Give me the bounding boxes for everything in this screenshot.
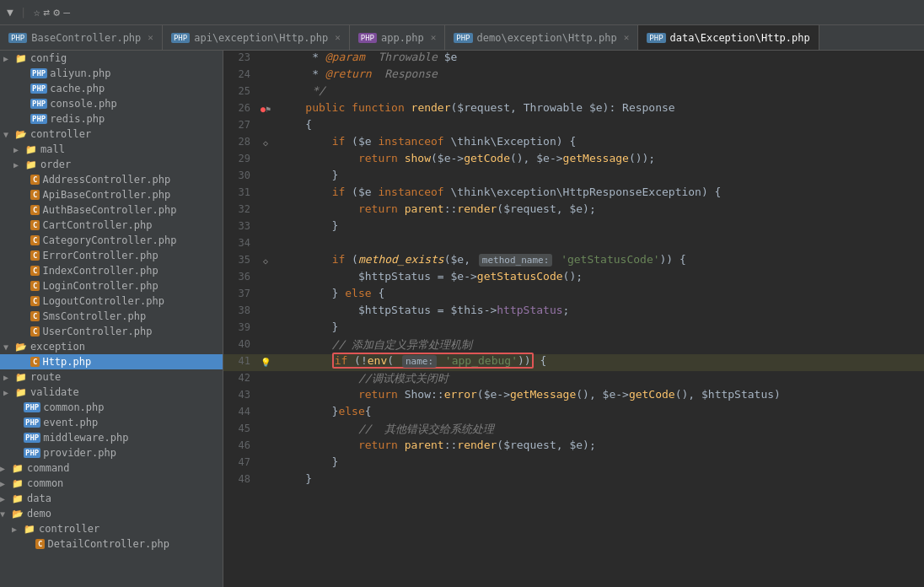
- line-number: 26: [223, 101, 257, 118]
- dropdown-icon[interactable]: ▼: [7, 6, 13, 19]
- code-line: * @param Throwable $e: [274, 51, 924, 67]
- sidebar-item-demo[interactable]: ▼ 📂 demo: [0, 506, 223, 521]
- settings-icon[interactable]: ⚙: [53, 6, 60, 19]
- sidebar-item-detailcontroller[interactable]: C DetailController.php: [0, 536, 223, 552]
- sync-icon[interactable]: ☆: [34, 6, 40, 19]
- sidebar-item-label: ErrorController.php: [42, 250, 223, 261]
- folder-icon: 📁: [12, 478, 27, 489]
- code-line: }: [274, 472, 924, 489]
- tab-basecontroller[interactable]: PHP BaseController.php ✕: [0, 25, 163, 50]
- sidebar-item-label: order: [40, 159, 223, 170]
- sidebar-item-order[interactable]: ▶ 📁 order: [0, 157, 223, 172]
- sidebar-item-label: exception: [30, 341, 223, 353]
- line-number: 43: [223, 388, 257, 405]
- sidebar-item-smscontroller[interactable]: C SmsController.php: [0, 309, 223, 324]
- sidebar-item-event-php[interactable]: PHP event.php: [0, 415, 223, 430]
- tab-api-http[interactable]: PHP api\exception\Http.php ✕: [163, 25, 350, 50]
- sidebar-item-common-php[interactable]: PHP common.php: [0, 400, 223, 415]
- sidebar-item-middleware-php[interactable]: PHP middleware.php: [0, 430, 223, 445]
- sidebar-item-provider-php[interactable]: PHP provider.php: [0, 445, 223, 460]
- code-line: * @return Response: [274, 67, 924, 84]
- sidebar-item-label: controller: [39, 523, 223, 535]
- sidebar-item-validate[interactable]: ▶ 📁 validate: [0, 385, 223, 400]
- sidebar-item-label: data: [27, 493, 223, 504]
- sidebar-item-cache[interactable]: PHP cache.php: [0, 81, 223, 96]
- code-line: */: [274, 84, 924, 101]
- tab-api-http-close[interactable]: ✕: [335, 32, 341, 43]
- sidebar-item-addresscontroller[interactable]: C AddressController.php: [0, 172, 223, 187]
- sidebar-item-controller-demo[interactable]: ▶ 📁 controller: [0, 521, 223, 536]
- folder-icon: 📁: [12, 463, 27, 474]
- line-number: 41: [223, 354, 257, 371]
- minimize-icon[interactable]: —: [63, 6, 70, 19]
- sidebar-item-http[interactable]: C Http.php: [0, 354, 223, 369]
- sidebar-item-label: AuthBaseController.php: [42, 204, 223, 216]
- folder-icon: 📁: [15, 372, 30, 383]
- tab-app[interactable]: PHP app.php ✕: [350, 25, 445, 50]
- tab-data-http-label: data\Exception\Http.php: [670, 32, 810, 44]
- line-number: 44: [223, 405, 257, 422]
- sidebar-item-cartcontroller[interactable]: C CartController.php: [0, 218, 223, 233]
- sidebar-item-label: IndexController.php: [42, 265, 223, 277]
- sidebar-item-label: demo: [27, 508, 223, 520]
- gutter: [257, 118, 274, 135]
- tab-demo-http-close[interactable]: ✕: [624, 32, 630, 43]
- sidebar-item-errorcontroller[interactable]: C ErrorController.php: [0, 248, 223, 263]
- c-icon: C: [30, 281, 40, 291]
- c-icon: C: [30, 296, 40, 306]
- top-bar-sep: |: [20, 6, 27, 19]
- sidebar-item-indexcontroller[interactable]: C IndexController.php: [0, 263, 223, 278]
- arrow-icon: ▼: [3, 130, 15, 139]
- arrow-icon: ▶: [12, 525, 24, 534]
- gutter: [257, 202, 274, 219]
- sidebar-item-apibasecontroller[interactable]: C ApiBaseController.php: [0, 187, 223, 202]
- sidebar-item-redis[interactable]: PHP redis.php: [0, 111, 223, 127]
- sidebar-item-label: ApiBaseController.php: [42, 189, 223, 201]
- sidebar-item-command[interactable]: ▶ 📁 command: [0, 460, 223, 476]
- arrow-icon: ▶: [3, 388, 15, 397]
- gutter: [257, 169, 274, 186]
- sidebar-item-mall[interactable]: ▶ 📁 mall: [0, 142, 223, 157]
- sync2-icon[interactable]: ⇄: [43, 6, 50, 19]
- line-number: 37: [223, 287, 257, 304]
- c-icon: C: [30, 175, 40, 185]
- arrow-icon: ▶: [3, 373, 15, 382]
- sidebar-item-exception[interactable]: ▼ 📂 exception: [0, 339, 223, 354]
- sidebar-item-config[interactable]: ▶ 📁 config: [0, 51, 223, 66]
- tab-basecontroller-close[interactable]: ✕: [148, 32, 153, 43]
- sidebar-item-categorycontroller[interactable]: C CategoryController.php: [0, 233, 223, 248]
- folder-icon: 📂: [15, 129, 30, 140]
- gutter: [257, 320, 274, 337]
- sidebar-item-authbasecontroller[interactable]: C AuthBaseController.php: [0, 202, 223, 218]
- tab-demo-http[interactable]: PHP demo\exception\Http.php ✕: [445, 25, 638, 50]
- code-line: if ($e instanceof \think\Exception) {: [274, 135, 924, 152]
- sidebar-item-usercontroller[interactable]: C UserController.php: [0, 324, 223, 339]
- sidebar-item-data[interactable]: ▶ 📁 data: [0, 491, 223, 506]
- line-number: 28: [223, 135, 257, 152]
- code-line: {: [274, 118, 924, 135]
- arrow-icon: ▶: [13, 145, 25, 154]
- sidebar-item-route[interactable]: ▶ 📁 route: [0, 369, 223, 385]
- table-row: 37 } else {: [223, 287, 924, 304]
- table-row: 43 return Show::error($e->getMessage(), …: [223, 388, 924, 405]
- c-icon: C: [30, 190, 40, 200]
- sidebar-item-label: Http.php: [42, 356, 223, 368]
- php-icon: PHP: [30, 99, 47, 109]
- sidebar-item-logincontroller[interactable]: C LoginController.php: [0, 278, 223, 294]
- code-line: $httpStatus = $this->httpStatus;: [274, 304, 924, 320]
- tab-data-http[interactable]: PHP data\Exception\Http.php: [638, 25, 819, 50]
- gutter: [257, 455, 274, 472]
- sidebar-item-controller[interactable]: ▼ 📂 controller: [0, 127, 223, 142]
- php-icon: PHP: [24, 417, 40, 428]
- code-line: return Show::error($e->getMessage(), $e-…: [274, 388, 924, 405]
- sidebar-item-aliyun[interactable]: PHP aliyun.php: [0, 66, 223, 81]
- code-editor[interactable]: 23 * @param Throwable $e 24 * @return Re…: [223, 51, 924, 587]
- tab-app-close[interactable]: ✕: [431, 32, 437, 43]
- sidebar: ▶ 📁 config PHP aliyun.php PHP cache.php …: [0, 51, 223, 587]
- gutter: 💡: [257, 354, 274, 371]
- gutter: [257, 304, 274, 320]
- sidebar-item-logoutcontroller[interactable]: C LogoutController.php: [0, 294, 223, 309]
- sidebar-item-common[interactable]: ▶ 📁 common: [0, 476, 223, 491]
- line-number: 38: [223, 304, 257, 320]
- sidebar-item-console[interactable]: PHP console.php: [0, 96, 223, 111]
